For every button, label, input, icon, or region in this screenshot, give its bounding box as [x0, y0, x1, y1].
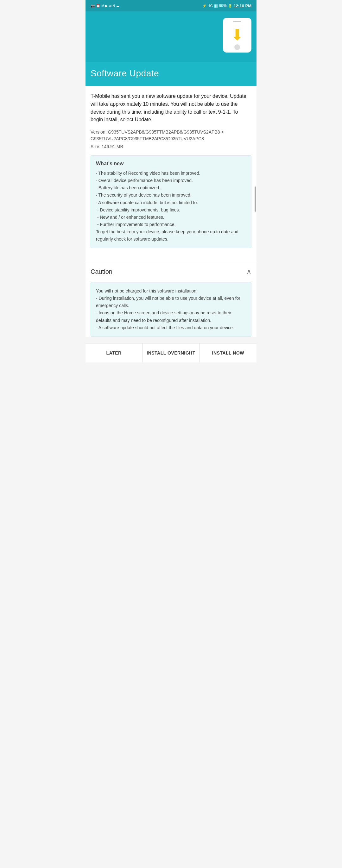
whats-new-box: What's new · The stability of Recording … — [91, 155, 251, 248]
scroll-indicator — [255, 186, 256, 212]
header-banner: ⬇ — [86, 11, 256, 62]
whats-new-item-2: · Overall device performance has been im… — [96, 178, 193, 183]
download-arrow-icon: ⬇ — [231, 28, 244, 43]
bottom-buttons-bar: LATER INSTALL OVERNIGHT INSTALL NOW — [86, 343, 256, 363]
scrollable-content[interactable]: T-Mobile has sent you a new software upd… — [86, 86, 256, 337]
chevron-up-icon: ∧ — [246, 268, 251, 276]
status-icons-right: ⚡ 4G |||| 99% 🔋 12:10 PM — [203, 3, 251, 8]
whats-new-item-6: - Device stability improvements, bug fix… — [96, 207, 180, 212]
page-title: Software Update — [91, 68, 251, 79]
phone-speaker — [234, 21, 241, 22]
main-content-area: T-Mobile has sent you a new software upd… — [86, 86, 256, 261]
whats-new-text: · The stability of Recording video has b… — [96, 170, 246, 243]
caution-header[interactable]: Caution ∧ — [86, 261, 256, 282]
screenshot-icon: 📷 — [91, 4, 95, 8]
version-info: Version: G935TUVS2APB8/G935TTMB2APB8/G93… — [91, 129, 251, 142]
network-icon: 4G — [208, 4, 213, 8]
caution-title: Caution — [91, 268, 113, 275]
phone-body: ⬇ — [223, 18, 251, 53]
alarm-icon: ⏰ — [96, 4, 100, 8]
bluetooth-icon: ⚡ — [203, 4, 207, 8]
install-now-button[interactable]: INSTALL NOW — [200, 343, 256, 363]
mail-icon: ✉ — [108, 4, 112, 8]
install-overnight-button[interactable]: INSTALL OVERNIGHT — [143, 343, 199, 363]
caution-content-box: You will not be charged for this softwar… — [91, 282, 251, 337]
later-button[interactable]: LATER — [86, 343, 143, 363]
soundcloud-icon: ☁ — [116, 4, 119, 8]
title-section: Software Update — [86, 62, 256, 86]
gmail-icon: M — [101, 4, 104, 8]
whats-new-title: What's new — [96, 161, 246, 166]
signal-icon: |||| — [214, 4, 218, 8]
whats-new-item-7: - New and / or enhanced features. — [96, 215, 164, 220]
phone-download-illustration: ⬇ — [223, 18, 251, 53]
youtube-icon: ▶ — [105, 4, 108, 8]
whats-new-item-9: To get the best from your device, please… — [96, 229, 239, 242]
whats-new-item-4: · The security of your device has been i… — [96, 192, 192, 197]
whats-new-item-5: · A software update can include, but is … — [96, 200, 198, 205]
news-icon: N — [113, 4, 115, 8]
time-display: 12:10 PM — [234, 3, 251, 8]
whats-new-item-3: · Battery life has been optimized. — [96, 185, 160, 190]
battery-icon: 🔋 — [228, 4, 232, 8]
phone-home-button — [234, 44, 240, 50]
size-info: Size: 146.91 MB — [91, 144, 251, 149]
page-wrapper: 📷 ⏰ M ▶ ✉ N ☁ ⚡ 4G |||| 99% 🔋 12:10 PM ⬇ — [86, 0, 256, 868]
whats-new-item-8: - Further improvements to performance. — [96, 222, 176, 227]
battery-percentage: 99% — [219, 3, 227, 8]
caution-text: You will not be charged for this softwar… — [96, 287, 246, 332]
whats-new-item-1: · The stability of Recording video has b… — [96, 170, 200, 176]
status-bar: 📷 ⏰ M ▶ ✉ N ☁ ⚡ 4G |||| 99% 🔋 12:10 PM — [86, 0, 256, 11]
status-icons-left: 📷 ⏰ M ▶ ✉ N ☁ — [91, 4, 119, 8]
caution-section: Caution ∧ You will not be charged for th… — [86, 261, 256, 337]
description-text: T-Mobile has sent you a new software upd… — [91, 92, 251, 124]
